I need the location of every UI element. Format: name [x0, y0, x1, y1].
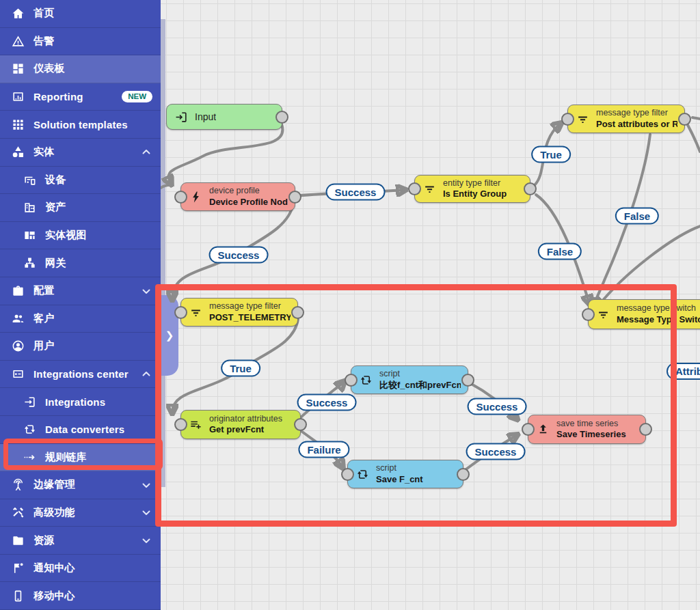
sidebar-item-label: 配置 [33, 284, 54, 297]
node-input-connector[interactable] [174, 418, 187, 431]
link-label-success[interactable]: Success [466, 443, 526, 460]
sidebar-item-label: 移动中心 [33, 590, 75, 602]
chevron-down-icon [140, 479, 152, 491]
node-output-connector[interactable] [457, 468, 470, 481]
sidebar-item-label: 网关 [45, 257, 66, 270]
filter-icon [597, 308, 610, 321]
filter-icon [189, 306, 202, 319]
sidebar-item-solution-templates[interactable]: Solution templates [0, 111, 161, 139]
sidebar-item-alarms[interactable]: 告警 [0, 28, 161, 56]
node-input-connector[interactable] [174, 306, 187, 319]
sidebar-item-mobile-center[interactable]: 移动中心 [0, 582, 161, 610]
node-originator-attributes[interactable]: originator attributes Get prevFcnt [180, 410, 301, 439]
upload-icon [537, 423, 550, 436]
node-input-connector[interactable] [408, 182, 421, 195]
sidebar-item-gateways[interactable]: 网关 [0, 249, 161, 277]
sidebar-item-integrations-center[interactable]: Integrations center [0, 361, 161, 389]
link-label-success[interactable]: Success [468, 398, 527, 415]
new-badge: NEW [122, 91, 152, 103]
link-label-false[interactable]: False [538, 243, 582, 260]
sidebar-item-label: 设备 [45, 174, 66, 186]
node-message-type-filter-post-attributes[interactable]: message type filter Post attributes or R… [567, 105, 685, 133]
sidebar-item-label: 通知中心 [33, 562, 75, 574]
node-input-connector[interactable] [341, 468, 354, 481]
sidebar-item-label: Solution templates [33, 119, 128, 130]
node-input[interactable]: Input [166, 104, 282, 130]
link[interactable] [169, 124, 283, 184]
sidebar-item-label: 客户 [33, 312, 54, 325]
flash-icon [189, 191, 202, 204]
node-entity-type-filter[interactable]: entity type filter Is Entity Group [414, 175, 530, 203]
sidebar-item-label: Data converters [45, 424, 124, 435]
customers-icon [11, 311, 25, 325]
sidebar-item-devices[interactable]: 设备 [0, 167, 161, 195]
link-label-true[interactable]: True [531, 146, 571, 163]
antenna-icon [11, 478, 25, 492]
link[interactable] [688, 125, 700, 152]
sidebar-item-label: 实体 [33, 145, 54, 158]
sidebar-item-dashboards[interactable]: 仪表板 [0, 55, 161, 83]
link[interactable] [161, 185, 169, 188]
node-input-connector[interactable] [345, 374, 358, 387]
assets-icon [23, 201, 36, 214]
chevron-up-icon [140, 146, 152, 158]
gateway-icon [23, 256, 36, 270]
link-label-success[interactable]: Success [209, 247, 269, 264]
sidebar-item-customers[interactable]: 客户 [0, 305, 161, 333]
sidebar-item-profiles[interactable]: 配置 [0, 277, 161, 305]
sidebar-item-label: Integrations center [33, 368, 129, 380]
link-label-attributes[interactable]: Attributes [667, 363, 700, 380]
sidebar-item-label: Reporting [33, 91, 83, 102]
sidebar-item-label: 规则链库 [45, 451, 87, 464]
link-label-false[interactable]: False [615, 208, 659, 225]
node-input-connector[interactable] [561, 113, 574, 126]
node-script-save-fcnt[interactable]: script Save F_cnt [347, 460, 463, 488]
apps-icon [11, 117, 25, 131]
sidebar-item-data-converters[interactable]: Data converters [0, 416, 161, 444]
link-label-failure[interactable]: Failure [298, 441, 349, 458]
node-output-connector[interactable] [288, 191, 301, 204]
link[interactable] [692, 117, 700, 119]
sidebar-item-entity-views[interactable]: 实体视图 [0, 222, 161, 250]
node-message-type-switch[interactable]: message type switch Message Type Switch [588, 299, 700, 329]
link-label-true[interactable]: True [221, 360, 260, 377]
sidebar-item-label: 用户 [33, 339, 54, 352]
sidebar-item-home[interactable]: 首页 [0, 0, 161, 28]
node-script-compare[interactable]: script 比较f_cnt和prevFcnt [351, 365, 468, 394]
sidebar-item-reporting[interactable]: Reporting NEW [0, 83, 161, 111]
sidebar-item-label: Integrations [45, 396, 105, 408]
node-device-profile[interactable]: device profile Device Profile Node [180, 182, 295, 211]
node-output-connector[interactable] [275, 111, 288, 124]
thingsboard-app: 首页 告警 仪表板 Reporting NEW Solution templat… [0, 0, 700, 610]
sidebar-item-advanced-features[interactable]: 高级功能 [0, 499, 161, 527]
node-output-connector[interactable] [678, 113, 691, 126]
link-label-success[interactable]: Success [297, 394, 357, 411]
node-output-connector[interactable] [294, 418, 307, 431]
link-label-success[interactable]: Success [326, 184, 386, 201]
sidebar-item-resources[interactable]: 资源 [0, 527, 161, 555]
node-input-connector[interactable] [582, 308, 595, 321]
node-input-connector[interactable] [522, 423, 535, 436]
transform-icon [356, 468, 369, 481]
sidebar-item-integrations[interactable]: Integrations [0, 388, 161, 416]
node-output-connector[interactable] [291, 306, 304, 319]
link[interactable] [597, 226, 700, 307]
node-message-type-filter-post-telemetry[interactable]: message type filter POST_TELEMETRY_R… [180, 298, 298, 327]
sidebar-item-rule-chains[interactable]: 规则链库 [0, 444, 161, 472]
sidebar-item-notification-center[interactable]: 通知中心 [0, 555, 161, 583]
entity-views-icon [23, 229, 36, 242]
rule-chain-canvas[interactable]: ❯ Input [161, 0, 700, 610]
sidebar-item-entities[interactable]: 实体 [0, 139, 161, 167]
node-output-connector[interactable] [639, 423, 652, 436]
filter-icon [576, 113, 589, 126]
sidebar-item-edge-management[interactable]: 边缘管理 [0, 471, 161, 499]
node-save-timeseries[interactable]: save time series Save Timeseries [528, 415, 646, 444]
sidebar-item-assets[interactable]: 资产 [0, 194, 161, 222]
sidebar-item-label: 首页 [33, 7, 54, 20]
sidebar-item-users[interactable]: 用户 [0, 333, 161, 361]
chevron-down-icon [140, 285, 152, 297]
node-output-connector[interactable] [461, 374, 474, 387]
data-converters-icon [23, 423, 36, 436]
node-output-connector[interactable] [524, 182, 537, 195]
node-input-connector[interactable] [174, 191, 187, 204]
